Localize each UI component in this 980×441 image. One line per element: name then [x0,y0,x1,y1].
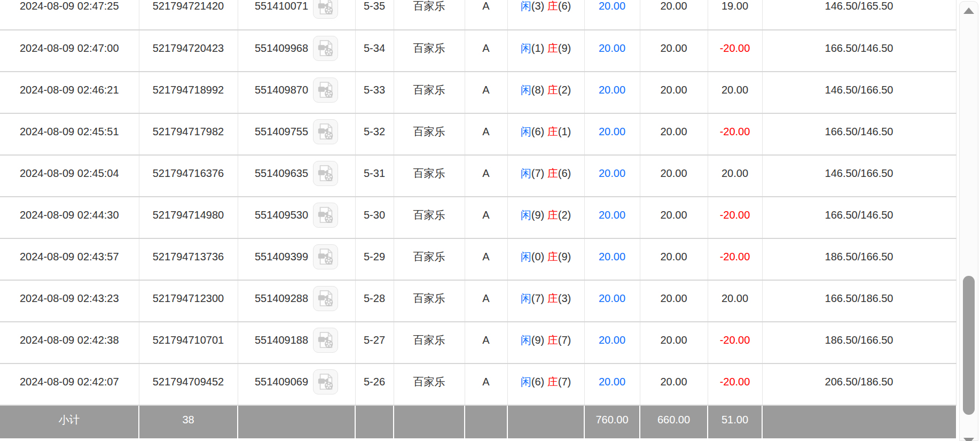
cell-time: 2024-08-09 02:44:30 [0,197,139,238]
banker-points: (2) [558,84,571,96]
banker-points: (7) [558,334,571,346]
video-replay-button[interactable] [313,286,338,311]
banker-points: (6) [558,0,571,12]
video-replay-button[interactable] [313,36,338,61]
game-no-text: 551409870 [255,84,308,96]
cell-balance: 186.50/166.50 [762,322,956,363]
cell-valid-bet: 20.00 [640,322,708,363]
cell-balance: 146.50/166.50 [762,72,956,113]
subtotal-cell-empty [238,405,355,438]
game-no-text: 551409755 [255,126,308,138]
cell-result: 闲(1) 庄(9) [507,30,584,72]
cell-game-no: 551409635 [238,155,355,197]
subtotal-cell-empty [507,405,584,438]
video-file-icon [317,39,335,57]
cell-time: 2024-08-09 02:43:57 [0,238,139,280]
cell-game-no: 551410071 [238,0,355,30]
game-no-text: 551409968 [255,42,308,55]
game-no-text: 551410071 [255,0,308,12]
banker-points: (9) [558,42,571,54]
subtotal-count: 38 [139,405,238,438]
cell-balance: 186.50/166.50 [762,238,956,280]
banker-label: 庄 [547,334,558,346]
cell-round: 5-32 [355,113,394,155]
cell-result: 闲(7) 庄(6) [507,155,584,197]
cell-win-loss: -20.00 [708,363,762,405]
video-replay-button[interactable] [313,369,338,394]
cell-bet: 20.00 [584,197,640,238]
player-label: 闲 [521,0,531,12]
game-no-text: 551409288 [255,292,308,305]
cell-table: A [465,30,507,72]
cell-bet: 20.00 [584,363,640,405]
subtotal-cell-empty [355,405,394,438]
cell-table: A [465,280,507,322]
cell-game-no: 551409530 [238,197,355,238]
table-row: 2024-08-09 02:45:04521794716376551409635… [0,155,956,197]
cell-round: 5-30 [355,197,394,238]
cell-round: 5-29 [355,238,394,280]
cell-table: A [465,72,507,113]
cell-order-no: 521794716376 [139,155,238,197]
cell-time: 2024-08-09 02:42:07 [0,363,139,405]
cell-game-no: 551409399 [238,238,355,280]
vertical-scrollbar[interactable] [959,1,978,441]
game-no-group: 551410071 [240,0,353,19]
down-arrow-icon[interactable] [963,438,974,441]
cell-valid-bet: 20.00 [640,197,708,238]
up-arrow-icon[interactable] [963,7,974,14]
cell-round: 5-28 [355,280,394,322]
cell-order-no: 521794720423 [139,30,238,72]
cell-time: 2024-08-09 02:46:21 [0,72,139,113]
cell-result: 闲(0) 庄(9) [507,238,584,280]
video-replay-button[interactable] [313,244,338,269]
cell-game-type: 百家乐 [394,322,465,363]
cell-time: 2024-08-09 02:47:25 [0,0,139,30]
cell-game-type: 百家乐 [394,0,465,30]
cell-valid-bet: 20.00 [640,30,708,72]
cell-game-type: 百家乐 [394,113,465,155]
video-replay-button[interactable] [313,161,338,186]
cell-time: 2024-08-09 02:45:04 [0,155,139,197]
banker-points: (9) [558,251,571,262]
cell-order-no: 521794710701 [139,322,238,363]
video-replay-button[interactable] [313,203,338,228]
cell-game-no: 551409069 [238,363,355,405]
banker-label: 庄 [547,167,558,179]
game-no-group: 551409069 [240,369,353,394]
table-row: 2024-08-09 02:43:57521794713736551409399… [0,238,956,280]
cell-round: 5-35 [355,0,394,30]
video-file-icon [317,206,335,224]
cell-game-type: 百家乐 [394,238,465,280]
cell-round: 5-27 [355,322,394,363]
cell-game-no: 551409755 [238,113,355,155]
game-no-group: 551409968 [240,36,353,61]
scrollbar-thumb[interactable] [963,276,975,415]
table-row: 2024-08-09 02:47:25521794721420551410071… [0,0,956,30]
cell-order-no: 521794709452 [139,363,238,405]
cell-valid-bet: 20.00 [640,238,708,280]
table-row: 2024-08-09 02:47:00521794720423551409968… [0,30,956,72]
video-replay-button[interactable] [313,78,338,103]
video-replay-button[interactable] [313,119,338,144]
video-replay-button[interactable] [313,0,338,19]
cell-result: 闲(6) 庄(7) [507,363,584,405]
game-no-text: 551409188 [255,334,308,346]
subtotal-row: 小计 38 760.00 660.00 51.00 [0,405,956,438]
player-label: 闲 [521,42,531,54]
cell-valid-bet: 20.00 [640,0,708,30]
table-row: 2024-08-09 02:42:07521794709452551409069… [0,363,956,405]
video-file-icon [317,122,335,141]
subtotal-valid-total: 660.00 [640,405,708,438]
game-no-group: 551409288 [240,286,353,311]
player-label: 闲 [521,334,531,346]
subtotal-cell-empty [465,405,507,438]
cell-table: A [465,0,507,30]
banker-label: 庄 [547,292,558,304]
player-points: (3) [531,0,544,12]
video-replay-button[interactable] [313,328,338,353]
cell-game-type: 百家乐 [394,197,465,238]
cell-win-loss: -20.00 [708,113,762,155]
cell-game-no: 551409188 [238,322,355,363]
banker-points: (7) [558,376,571,388]
